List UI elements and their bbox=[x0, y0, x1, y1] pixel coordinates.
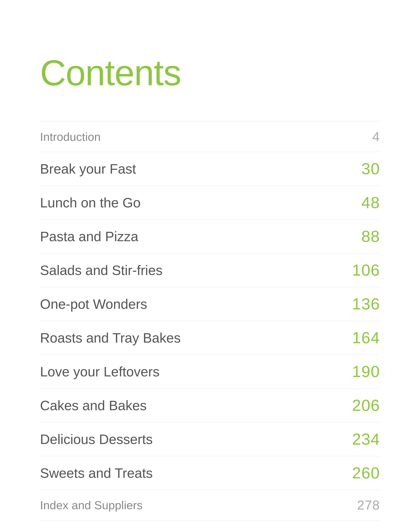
entry-page-salads-and-stir-fries: 106 bbox=[324, 253, 380, 287]
table-row[interactable]: Pasta and Pizza88 bbox=[40, 220, 380, 253]
entry-page-love-your-leftovers: 190 bbox=[324, 355, 380, 389]
entry-title-sweets-and-treats: Sweets and Treats bbox=[40, 456, 324, 490]
entry-title-one-pot-wonders: One-pot Wonders bbox=[40, 287, 324, 321]
entry-page-pasta-and-pizza: 88 bbox=[324, 220, 380, 253]
table-row[interactable]: Index and Suppliers278 bbox=[40, 490, 380, 520]
entry-page-sweets-and-treats: 260 bbox=[324, 456, 380, 490]
entry-title-index-and-suppliers: Index and Suppliers bbox=[40, 490, 324, 520]
entry-title-pasta-and-pizza: Pasta and Pizza bbox=[40, 220, 324, 253]
entry-title-delicious-desserts: Delicious Desserts bbox=[40, 422, 324, 456]
entry-page-introduction: 4 bbox=[324, 121, 380, 152]
table-row[interactable]: Love your Leftovers190 bbox=[40, 355, 380, 389]
entry-title-lunch-on-the-go: Lunch on the Go bbox=[40, 186, 324, 220]
entry-title-introduction: Introduction bbox=[40, 121, 324, 152]
table-row[interactable]: Break your Fast30 bbox=[40, 152, 380, 186]
entry-page-roasts-and-tray-bakes: 164 bbox=[324, 321, 380, 355]
table-row[interactable]: Salads and Stir-fries106 bbox=[40, 253, 380, 287]
entry-page-break-your-fast: 30 bbox=[324, 152, 380, 186]
page-title: Contents bbox=[40, 52, 380, 93]
entry-page-lunch-on-the-go: 48 bbox=[324, 186, 380, 220]
table-row[interactable]: Delicious Desserts234 bbox=[40, 422, 380, 456]
entry-page-one-pot-wonders: 136 bbox=[324, 287, 380, 321]
contents-page: Contents Introduction4Break your Fast30L… bbox=[0, 0, 420, 526]
table-row[interactable]: Roasts and Tray Bakes164 bbox=[40, 321, 380, 355]
entry-title-salads-and-stir-fries: Salads and Stir-fries bbox=[40, 253, 324, 287]
table-row[interactable]: Lunch on the Go48 bbox=[40, 186, 380, 220]
entry-page-delicious-desserts: 234 bbox=[324, 422, 380, 456]
table-row[interactable]: Introduction4 bbox=[40, 121, 380, 152]
entry-title-break-your-fast: Break your Fast bbox=[40, 152, 324, 186]
contents-table: Introduction4Break your Fast30Lunch on t… bbox=[40, 121, 380, 520]
entry-title-roasts-and-tray-bakes: Roasts and Tray Bakes bbox=[40, 321, 324, 355]
table-row[interactable]: Sweets and Treats260 bbox=[40, 456, 380, 490]
entry-page-index-and-suppliers: 278 bbox=[324, 490, 380, 520]
table-row[interactable]: Cakes and Bakes206 bbox=[40, 389, 380, 422]
entry-page-cakes-and-bakes: 206 bbox=[324, 389, 380, 422]
entry-title-cakes-and-bakes: Cakes and Bakes bbox=[40, 389, 324, 422]
entry-title-love-your-leftovers: Love your Leftovers bbox=[40, 355, 324, 389]
table-row[interactable]: One-pot Wonders136 bbox=[40, 287, 380, 321]
